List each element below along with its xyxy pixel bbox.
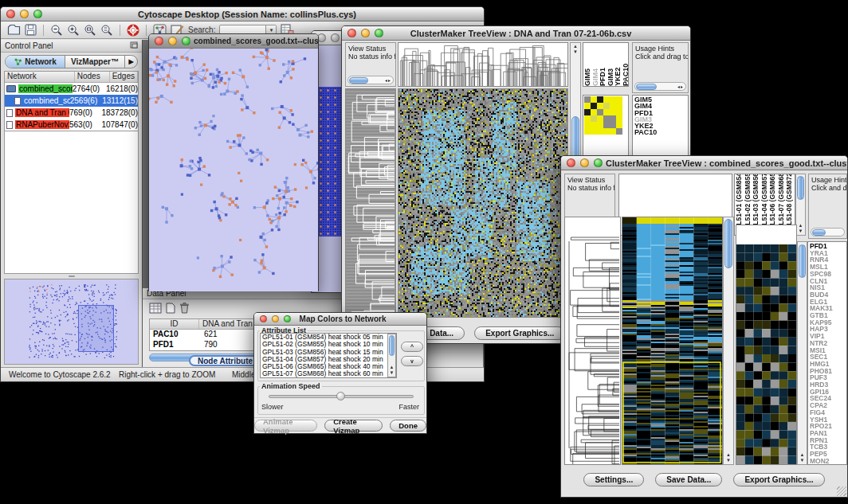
toolbar-separator	[146, 25, 147, 36]
gene-label[interactable]: MON2	[810, 458, 845, 465]
column-label[interactable]: PFD1	[599, 43, 607, 86]
minimize-button[interactable]	[20, 10, 29, 18]
network-graph-canvas[interactable]	[149, 49, 318, 291]
help-lifebuoy-icon[interactable]	[127, 23, 139, 37]
heatmap-vertical-scrollbar[interactable]: ▲▼	[723, 217, 734, 465]
animate-vizmap-button[interactable]: Animate Vizmap	[254, 420, 317, 432]
zoom-button[interactable]	[375, 29, 383, 37]
tab-overflow-button[interactable]: ▶	[124, 56, 137, 68]
zoom-selected-icon[interactable]	[84, 23, 96, 37]
tab-network[interactable]: Network	[6, 56, 65, 68]
attribute-list-scrollbar[interactable]: ▲▼	[387, 334, 396, 377]
scrollbar-thumb[interactable]	[636, 84, 657, 90]
open-file-icon[interactable]	[7, 23, 21, 37]
create-vizmap-button[interactable]: Create Vizmap	[324, 420, 383, 432]
network-tree-row[interactable]: RNAPuberNov2+ 563(0) 107847(0)	[5, 119, 138, 131]
panel-float-icon[interactable]	[130, 41, 138, 50]
gene-list-scrollbar[interactable]: ▲▼	[797, 241, 807, 465]
attribute-list-item[interactable]: GPL51-07 (GSM868) heat shock 60 min	[261, 370, 396, 377]
column-header-edges[interactable]: Edges	[110, 72, 138, 82]
minimize-button[interactable]	[331, 33, 340, 42]
close-button[interactable]	[347, 29, 356, 37]
column-label[interactable]: GIM5	[583, 43, 591, 86]
close-button[interactable]	[567, 158, 575, 167]
attribute-list[interactable]: GPL51-01 (GSM854) heat shock 05 minGPL51…	[260, 333, 397, 378]
row-dendrogram[interactable]	[345, 88, 396, 318]
slider-thumb[interactable]	[336, 392, 345, 400]
column-label[interactable]: GIM4	[591, 43, 599, 86]
move-down-button[interactable]: v	[401, 356, 423, 366]
treeview1-titlebar[interactable]: ClusterMaker TreeView : DNA and Tran 07-…	[342, 26, 690, 41]
network-tree-row[interactable]: combined_sco 2569(6) 13112(15)	[5, 95, 138, 107]
network-table-header[interactable]: Network Nodes Edges	[5, 72, 138, 83]
minimize-button[interactable]	[272, 315, 279, 322]
delete-attribute-icon[interactable]	[179, 302, 190, 317]
scroll-up-icon[interactable]: ▲▼	[571, 44, 580, 55]
minimize-button[interactable]	[361, 29, 370, 37]
zoom-button[interactable]	[33, 10, 42, 18]
row-dendrogram-canvas[interactable]	[346, 89, 395, 317]
zoom-out-icon[interactable]	[50, 23, 63, 37]
done-button[interactable]: Done	[390, 420, 426, 432]
heatmap-main[interactable]	[398, 88, 568, 318]
zoom-matrix-canvas[interactable]	[584, 96, 622, 135]
scrollbar-arrows-icon[interactable]: ◂▸	[385, 76, 393, 84]
minimize-button[interactable]	[168, 37, 177, 45]
move-up-button[interactable]: ^	[401, 342, 423, 352]
column-label[interactable]: PAC10	[622, 43, 630, 86]
scroll-arrows-icon[interactable]: ▲▼	[388, 365, 395, 376]
scrollbar-arrows-icon[interactable]: ◂▸	[677, 83, 685, 91]
row-dendrogram[interactable]	[564, 217, 621, 465]
zoom-button[interactable]	[594, 158, 603, 167]
treeview-button[interactable]: Export Graphics...	[733, 473, 824, 486]
select-attributes-icon[interactable]	[149, 303, 162, 317]
overview-canvas[interactable]	[5, 279, 139, 362]
resize-grip[interactable]	[837, 486, 846, 496]
column-dendrogram[interactable]	[398, 42, 568, 87]
row-dendrogram-canvas[interactable]	[565, 217, 620, 464]
column-header-nodes[interactable]: Nodes	[75, 72, 110, 82]
scrollbar-thumb[interactable]	[812, 229, 826, 236]
close-button[interactable]	[260, 315, 267, 322]
usage-hints-scrollbar[interactable]	[811, 228, 845, 236]
scrollbar-thumb[interactable]	[799, 244, 806, 278]
scroll-arrows-icon[interactable]: ▲▼	[724, 452, 733, 463]
scrollbar-thumb[interactable]	[349, 77, 368, 84]
view-status-scrollbar[interactable]: ◂▸	[347, 76, 394, 84]
treeview-button[interactable]: Save Data...	[655, 473, 722, 486]
treeview2-titlebar[interactable]: ClusterMaker TreeView : combined_scores_…	[561, 156, 847, 170]
scrollbar-thumb[interactable]	[797, 176, 804, 200]
scrollbar-thumb[interactable]	[724, 219, 732, 268]
heatmap-canvas[interactable]	[622, 217, 722, 464]
minimize-button[interactable]	[580, 158, 589, 167]
row-label[interactable]: PAC10	[634, 129, 686, 135]
new-attribute-icon[interactable]	[166, 303, 175, 317]
scroll-arrows-icon[interactable]: ▲▼	[798, 452, 807, 463]
treeview-button[interactable]: Settings...	[583, 473, 644, 486]
main-titlebar[interactable]: Cytoscape Desktop (Session Name: collins…	[1, 7, 484, 21]
column-label[interactable]: GIM3	[607, 43, 614, 86]
zoom-heatmap-canvas[interactable]	[736, 244, 796, 464]
zoom-button[interactable]	[284, 315, 291, 322]
close-button[interactable]	[155, 37, 163, 45]
dialog-titlebar[interactable]: Map Colors to Network	[254, 313, 426, 326]
heatmap-canvas[interactable]	[398, 89, 567, 317]
heatmap-main[interactable]	[622, 217, 723, 465]
network-view-titlebar[interactable]: combined_scores_good.txt--cluste...	[149, 34, 318, 49]
zoom-in-icon[interactable]	[67, 23, 80, 37]
network-overview-thumbnail[interactable]	[4, 279, 139, 365]
tab-vizmapper[interactable]: VizMapper™	[65, 56, 124, 68]
usage-hints-scrollbar[interactable]: ◂▸	[634, 82, 686, 91]
column-header-network[interactable]: Network	[5, 72, 75, 82]
network-tree-row[interactable]: DNA and Tran 07 769(0) 183728(0)	[5, 107, 138, 119]
zoom-fit-icon[interactable]	[100, 23, 113, 37]
network-tree-row[interactable]: combined_scores 2764(0) 16218(0)	[5, 83, 138, 95]
close-button[interactable]	[6, 10, 15, 18]
treeview-button[interactable]: Export Graphics...	[474, 326, 565, 340]
column-label[interactable]: YKE2	[614, 43, 622, 86]
scroll-arrows-icon[interactable]: ▲▼	[796, 223, 805, 234]
scrollbar-thumb[interactable]	[389, 335, 395, 356]
column-dendrogram-canvas[interactable]	[398, 43, 567, 86]
zoom-button[interactable]	[182, 37, 190, 45]
save-icon[interactable]	[25, 23, 37, 37]
